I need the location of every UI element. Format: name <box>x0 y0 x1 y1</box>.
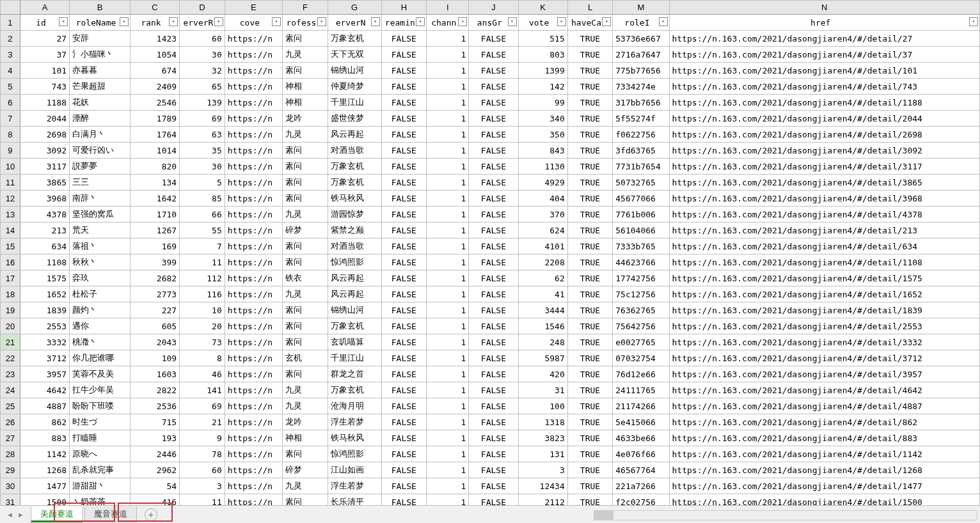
cell-cove[interactable]: https://n <box>225 382 282 398</box>
cell-fans[interactable]: FALSE <box>469 175 518 191</box>
filter-dropdown-icon[interactable]: ▾ <box>602 17 611 26</box>
table-row[interactable]: 5743芒果超甜240965https://n神相仲夏绮梦FALSE1FALSE… <box>1 79 980 95</box>
cell-serverR[interactable]: 69 <box>180 398 225 414</box>
cell-href[interactable]: https://n.163.com/2021/dasongjiaren4/#/d… <box>669 95 979 111</box>
cell-rank[interactable]: 193 <box>130 430 179 446</box>
row-number[interactable]: 21 <box>1 334 20 350</box>
cell-roleI[interactable]: 7334274e <box>613 79 669 95</box>
cell-reamin[interactable]: FALSE <box>381 478 427 494</box>
cell-vote[interactable]: 404 <box>518 191 567 207</box>
cell-serverR[interactable]: 141 <box>180 382 225 398</box>
cell-reamin[interactable]: FALSE <box>381 79 427 95</box>
cell-role[interactable]: 秋秋丶 <box>70 254 130 270</box>
cell-serverN[interactable]: 锦绣山河 <box>328 302 381 318</box>
cell-roleI[interactable]: 76362765 <box>613 302 669 318</box>
cell-id[interactable]: 4642 <box>20 382 69 398</box>
cell-cove[interactable]: https://n <box>225 430 282 446</box>
cell-rank[interactable]: 605 <box>130 318 179 334</box>
table-row[interactable]: 191839颜灼丶22710https://n素问锦绣山河FALSE1FALSE… <box>1 302 980 318</box>
cell-chann[interactable]: 1 <box>427 191 469 207</box>
cell-serverR[interactable]: 3 <box>180 478 225 494</box>
cell-roleI[interactable]: 7761b006 <box>613 207 669 222</box>
cell-cove[interactable]: https://n <box>225 238 282 254</box>
table-row[interactable]: 281142原晓へ244678https://n素问惊鸿照影FALSE1FALS… <box>1 446 980 462</box>
cell-fans[interactable]: FALSE <box>469 111 518 127</box>
row-number[interactable]: 11 <box>1 175 20 191</box>
cell-rank[interactable]: 674 <box>130 63 179 79</box>
cell-fans[interactable]: FALSE <box>469 127 518 143</box>
cell-fans[interactable]: FALSE <box>469 334 518 350</box>
cell-prof[interactable]: 素问 <box>283 159 328 175</box>
cell-prof[interactable]: 素问 <box>283 366 328 382</box>
cell-role[interactable]: 颜灼丶 <box>70 302 130 318</box>
header-cell[interactable]: id▾ <box>20 15 69 31</box>
cell-reamin[interactable]: FALSE <box>381 159 427 175</box>
cell-cove[interactable]: https://n <box>225 398 282 414</box>
filter-dropdown-icon[interactable]: ▾ <box>272 17 281 26</box>
cell-roleI[interactable]: 4e076f66 <box>613 446 669 462</box>
cell-vote[interactable]: 5987 <box>518 350 567 366</box>
cell-have[interactable]: TRUE <box>567 63 613 79</box>
cell-have[interactable]: TRUE <box>567 382 613 398</box>
cell-chann[interactable]: 1 <box>427 175 469 191</box>
cell-prof[interactable]: 素问 <box>283 494 328 506</box>
cell-roleI[interactable]: 317bb7656 <box>613 95 669 111</box>
row-number[interactable]: 3 <box>1 47 20 63</box>
cell-prof[interactable]: 素问 <box>283 191 328 207</box>
cell-cove[interactable]: https://n <box>225 127 282 143</box>
header-cell[interactable]: erverN▾ <box>328 15 381 31</box>
header-cell[interactable]: cove▾ <box>225 15 282 31</box>
table-row[interactable]: 254887盼盼下班喽253669https://n九灵沧海月明FALSE1FA… <box>1 398 980 414</box>
cell-cove[interactable]: https://n <box>225 47 282 63</box>
cell-serverN[interactable]: 盛世侠梦 <box>328 111 381 127</box>
cell-chann[interactable]: 1 <box>427 366 469 382</box>
cell-chann[interactable]: 1 <box>427 143 469 159</box>
cell-serverR[interactable]: 11 <box>180 254 225 270</box>
cell-reamin[interactable]: FALSE <box>381 494 427 506</box>
filter-dropdown-icon[interactable]: ▾ <box>169 17 178 26</box>
cell-reamin[interactable]: FALSE <box>381 47 427 63</box>
filter-dropdown-icon[interactable]: ▾ <box>120 17 129 26</box>
cell-href[interactable]: https://n.163.com/2021/dasongjiaren4/#/d… <box>669 334 979 350</box>
table-row[interactable]: 61188花妖2546139https://n神相千里江山FALSE1FALSE… <box>1 95 980 111</box>
cell-id[interactable]: 1500 <box>20 494 69 506</box>
col-header-B[interactable]: B <box>70 1 130 15</box>
header-cell[interactable]: ansGr▾ <box>469 15 518 31</box>
cell-rank[interactable]: 1423 <box>130 31 179 47</box>
cell-roleI[interactable]: 45677066 <box>613 191 669 207</box>
row-number[interactable]: 20 <box>1 318 20 334</box>
cell-have[interactable]: TRUE <box>567 222 613 238</box>
cell-href[interactable]: https://n.163.com/2021/dasongjiaren4/#/d… <box>669 47 979 63</box>
cell-have[interactable]: TRUE <box>567 430 613 446</box>
cell-prof[interactable]: 素问 <box>283 446 328 462</box>
cell-rank[interactable]: 1642 <box>130 191 179 207</box>
cell-href[interactable]: https://n.163.com/2021/dasongjiaren4/#/d… <box>669 398 979 414</box>
cell-chann[interactable]: 1 <box>427 207 469 222</box>
cell-href[interactable]: https://n.163.com/2021/dasongjiaren4/#/d… <box>669 286 979 302</box>
table-row[interactable]: 26862时生づ71521https://n龙吟浮生若梦FALSE1FALSE1… <box>1 414 980 430</box>
cell-chann[interactable]: 1 <box>427 127 469 143</box>
filter-dropdown-icon[interactable]: ▾ <box>317 17 326 26</box>
cell-vote[interactable]: 142 <box>518 79 567 95</box>
cell-vote[interactable]: 41 <box>518 286 567 302</box>
cell-serverN[interactable]: 万象玄机 <box>328 159 381 175</box>
filter-dropdown-icon[interactable]: ▾ <box>59 17 68 26</box>
cell-have[interactable]: TRUE <box>567 207 613 222</box>
row-number[interactable]: 15 <box>1 238 20 254</box>
cell-prof[interactable]: 九灵 <box>283 286 328 302</box>
table-row[interactable]: 93092可爱行凶い101435https://n素问对酒当歌FALSE1FAL… <box>1 143 980 159</box>
cell-roleI[interactable]: f0622756 <box>613 127 669 143</box>
cell-id[interactable]: 743 <box>20 79 69 95</box>
cell-chann[interactable]: 1 <box>427 95 469 111</box>
cell-id[interactable]: 862 <box>20 414 69 430</box>
cell-serverN[interactable]: 紫禁之巅 <box>328 222 381 238</box>
table-row[interactable]: 337氵小猫咪丶105430https://n九灵天下无双FALSE1FALSE… <box>1 47 980 63</box>
cell-serverR[interactable]: 7 <box>180 238 225 254</box>
header-cell[interactable]: chann▾ <box>427 15 469 31</box>
cell-reamin[interactable]: FALSE <box>381 31 427 47</box>
cell-roleI[interactable]: f2c02756 <box>613 494 669 506</box>
cell-role[interactable]: 芒果超甜 <box>70 79 130 95</box>
sheet-tab-other[interactable]: 魔音赛道 <box>84 506 137 522</box>
row-number[interactable]: 30 <box>1 478 20 494</box>
cell-serverN[interactable]: 万象玄机 <box>328 318 381 334</box>
